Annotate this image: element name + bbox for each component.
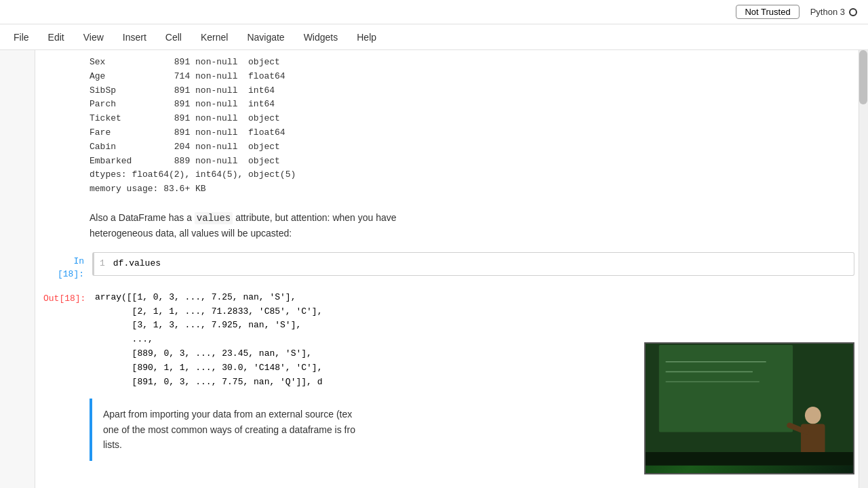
menu-cell[interactable]: Cell bbox=[157, 29, 190, 45]
text-block-1-part1: Also a DataFrame has a bbox=[90, 212, 195, 223]
text-block-1: Also a DataFrame has a values attribute,… bbox=[35, 202, 868, 249]
text-block-2-line1: Apart from importing your data from an e… bbox=[103, 409, 352, 420]
svg-rect-10 bbox=[646, 452, 853, 466]
kernel-indicator: Python 3 bbox=[810, 7, 857, 17]
menu-navigate[interactable]: Navigate bbox=[239, 29, 292, 45]
menu-file[interactable]: File bbox=[5, 29, 37, 45]
menu-view[interactable]: View bbox=[75, 29, 112, 45]
output-top: Sex 891 non-null object Age 714 non-null… bbox=[35, 50, 868, 202]
output-top-text: Sex 891 non-null object Age 714 non-null… bbox=[90, 56, 854, 197]
text-block-2-line3: lists. bbox=[103, 439, 122, 450]
menu-help[interactable]: Help bbox=[349, 29, 384, 45]
menu-bar: File Edit View Insert Cell Kernel Naviga… bbox=[0, 24, 868, 50]
svg-rect-1 bbox=[659, 345, 793, 432]
not-trusted-button[interactable]: Not Trusted bbox=[736, 5, 799, 19]
sidebar bbox=[0, 50, 35, 488]
notebook: Sex 891 non-null object Age 714 non-null… bbox=[35, 50, 868, 488]
python-label: Python 3 bbox=[810, 7, 845, 17]
video-content bbox=[646, 344, 853, 473]
values-code: values bbox=[195, 212, 233, 224]
cell-18-input-row: In [18]: 1df.values bbox=[35, 249, 868, 287]
cell-18-out-label: Out[18]: bbox=[35, 287, 90, 311]
text-block-1-line2: heterogeneous data, all values will be u… bbox=[90, 228, 292, 239]
menu-insert[interactable]: Insert bbox=[115, 29, 155, 45]
line-number-1: 1 bbox=[100, 258, 113, 268]
text-block-2: Apart from importing your data from an e… bbox=[90, 399, 369, 460]
lecture-video bbox=[646, 342, 853, 466]
top-bar: Not Trusted Python 3 bbox=[0, 0, 868, 24]
menu-widgets[interactable]: Widgets bbox=[296, 29, 347, 45]
menu-edit[interactable]: Edit bbox=[40, 29, 73, 45]
cell-18-in-label: In [18]: bbox=[35, 249, 90, 287]
video-overlay bbox=[644, 342, 854, 474]
scrollbar-track[interactable] bbox=[859, 50, 868, 488]
scrollbar-thumb[interactable] bbox=[859, 50, 867, 104]
text-block-1-part2: attribute, but attention: when you have bbox=[233, 212, 396, 223]
cell-18-input[interactable]: 1df.values bbox=[92, 252, 854, 276]
main-area: Sex 891 non-null object Age 714 non-null… bbox=[0, 50, 868, 488]
menu-kernel[interactable]: Kernel bbox=[193, 29, 236, 45]
text-block-2-line2: one of the most common ways of creating … bbox=[103, 424, 355, 435]
svg-point-5 bbox=[805, 407, 821, 424]
kernel-status-icon bbox=[849, 8, 857, 16]
cell-18-code: df.values bbox=[113, 258, 161, 268]
spacer bbox=[35, 399, 90, 460]
